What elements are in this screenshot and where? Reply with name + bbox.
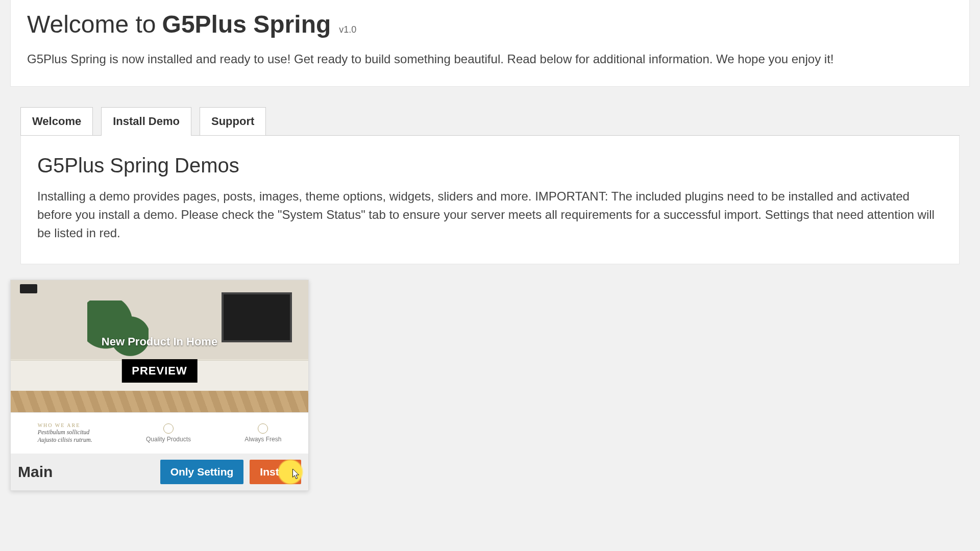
demo-hero-caption: New Product In Home [11,335,308,348]
demo-label: Main [18,463,53,481]
welcome-header: Welcome to G5Plus Spring v1.0 G5Plus Spr… [10,0,970,87]
demo-footer: Main Only Setting Install [11,454,308,490]
product-name: G5Plus Spring [162,10,331,38]
welcome-subtitle: G5Plus Spring is now installed and ready… [27,51,953,68]
product-version: v1.0 [339,24,356,35]
demos-description: Installing a demo provides pages, posts,… [37,187,943,242]
title-prefix: Welcome to [27,10,156,38]
quality-icon [163,423,174,434]
demo-card-main: New Product In Home PREVIEW WHO WE ARE P… [10,280,309,491]
demo-lead-line2: Aujusto cilisis rutrum. [38,436,92,443]
hamburger-icon [20,284,37,293]
demo-thumbnail[interactable]: New Product In Home PREVIEW WHO WE ARE P… [11,280,308,454]
page-title: Welcome to G5Plus Spring v1.0 [27,10,953,38]
demos-grid: New Product In Home PREVIEW WHO WE ARE P… [10,280,970,491]
only-setting-button[interactable]: Only Setting [160,460,244,484]
tab-support[interactable]: Support [200,107,266,135]
fresh-icon [258,423,268,434]
install-button[interactable]: Install [250,460,301,484]
demo-lead-line1: Pestibulum sollicitud [38,429,92,436]
demo-feature-quality: Quality Products [146,436,191,443]
demos-panel: G5Plus Spring Demos Installing a demo pr… [20,136,960,264]
demos-title: G5Plus Spring Demos [37,154,943,177]
demo-lead-sub: WHO WE ARE [38,422,92,429]
demo-feature-fresh: Always Fresh [244,436,281,443]
tab-install-demo[interactable]: Install Demo [101,107,191,135]
tab-welcome[interactable]: Welcome [20,107,93,135]
tabs-bar: Welcome Install Demo Support [20,107,960,136]
preview-button[interactable]: PREVIEW [121,359,197,383]
